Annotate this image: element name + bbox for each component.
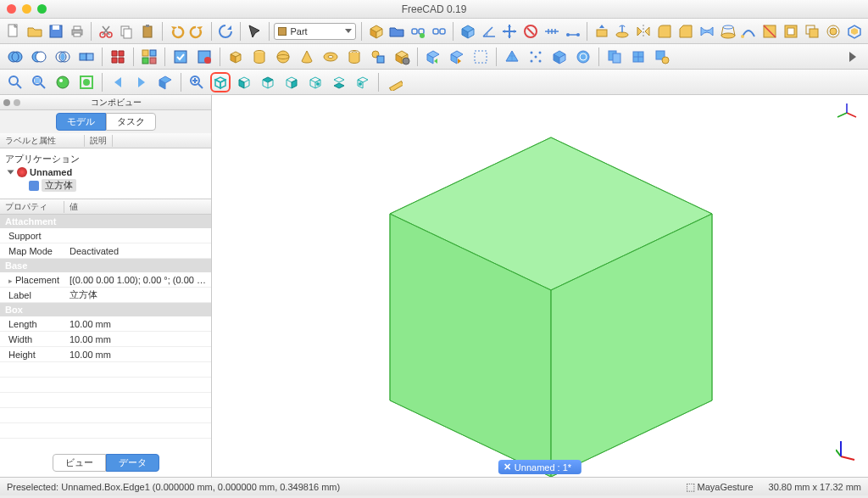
- document-tab[interactable]: ✕ Unnamed : 1*: [498, 460, 581, 474]
- zoom-selection-icon[interactable]: [29, 72, 49, 92]
- cut-icon[interactable]: [97, 21, 114, 42]
- prop-row-support[interactable]: Support: [0, 228, 211, 243]
- join-connect-icon[interactable]: [76, 47, 97, 67]
- measure-toggle-icon[interactable]: [543, 21, 561, 42]
- undo-icon[interactable]: [168, 21, 186, 42]
- part-export-icon[interactable]: [447, 47, 467, 67]
- btab-data[interactable]: データ: [106, 454, 159, 472]
- part-cylinder-icon[interactable]: [249, 47, 270, 67]
- cursor-icon[interactable]: [246, 21, 264, 42]
- link-make-icon[interactable]: [409, 21, 427, 42]
- link-nav-icon[interactable]: [155, 72, 175, 92]
- 3d-viewport[interactable]: ✕ Unnamed : 1*: [212, 95, 868, 477]
- bounding-box-icon[interactable]: [76, 72, 97, 92]
- property-table[interactable]: Attachment Support Map ModeDeactivated B…: [0, 215, 211, 451]
- convert-to-solid-icon[interactable]: [549, 47, 570, 67]
- compound-icon[interactable]: [139, 47, 159, 67]
- mirror-icon[interactable]: [635, 21, 653, 42]
- reverse-shapes-icon[interactable]: [573, 47, 593, 67]
- part-import-icon[interactable]: [423, 47, 443, 67]
- boolean-cut-icon[interactable]: [29, 47, 49, 67]
- ruled-surface-icon[interactable]: [698, 21, 715, 42]
- attachment-icon[interactable]: [652, 47, 672, 67]
- zoom-fit-icon[interactable]: [5, 72, 25, 92]
- top-view-icon[interactable]: [258, 72, 278, 92]
- nav-back-icon[interactable]: [108, 72, 128, 92]
- thickness-icon[interactable]: [845, 21, 863, 42]
- create-part-icon[interactable]: [367, 21, 385, 42]
- shape-from-mesh-icon[interactable]: [502, 47, 522, 67]
- isometric-view-icon[interactable]: [210, 72, 231, 92]
- tree-expand-icon[interactable]: [8, 171, 14, 175]
- front-view-icon[interactable]: [234, 72, 254, 92]
- right-view-icon[interactable]: [281, 72, 302, 92]
- workbench-selector[interactable]: Part: [274, 23, 356, 40]
- measure-linear-icon[interactable]: [564, 21, 581, 42]
- cube-geometry[interactable]: [373, 129, 729, 477]
- panel-close-icon[interactable]: [14, 99, 20, 106]
- tab-task[interactable]: タスク: [106, 113, 156, 131]
- fillet-icon[interactable]: [656, 21, 674, 42]
- prop-row-label[interactable]: Label立方体: [0, 288, 211, 303]
- measure-clear-icon[interactable]: [522, 21, 540, 42]
- open-file-icon[interactable]: [26, 21, 44, 42]
- part-tube-icon[interactable]: [344, 47, 364, 67]
- close-tab-icon[interactable]: ✕: [504, 462, 511, 473]
- prop-row-placement[interactable]: Placement[(0.00 0.00 1.00); 0.00 °; (0.0…: [0, 272, 211, 288]
- nav-style-selector[interactable]: MayaGesture: [686, 481, 754, 493]
- create-group-icon[interactable]: [388, 21, 406, 42]
- nav-forward-icon[interactable]: [131, 72, 152, 92]
- part-primitives-icon[interactable]: [368, 47, 388, 67]
- offset-2d-icon[interactable]: [824, 21, 842, 42]
- draw-style-icon[interactable]: [53, 72, 73, 92]
- tree-obj-row[interactable]: 立方体: [5, 178, 206, 193]
- print-icon[interactable]: [68, 21, 86, 42]
- panel-menu-icon[interactable]: [3, 99, 10, 106]
- prop-row-width[interactable]: Width10.00 mm: [0, 332, 211, 347]
- rear-view-icon[interactable]: [305, 72, 326, 92]
- create-body-icon[interactable]: [459, 21, 476, 42]
- loft-icon[interactable]: [719, 21, 737, 42]
- tree-doc-row[interactable]: Unnamed: [5, 166, 206, 178]
- bottom-view-icon[interactable]: [329, 72, 349, 92]
- prop-row-height[interactable]: Height10.00 mm: [0, 347, 211, 362]
- part-cone-icon[interactable]: [297, 47, 317, 67]
- overflow-arrow-icon[interactable]: [843, 47, 863, 67]
- left-view-icon[interactable]: [353, 72, 373, 92]
- prop-row-length[interactable]: Length10.00 mm: [0, 316, 211, 332]
- btab-view[interactable]: ビュー: [53, 454, 106, 472]
- box-selection-icon[interactable]: [470, 47, 491, 67]
- extrude-icon[interactable]: [593, 21, 610, 42]
- zoom-in-icon[interactable]: [186, 72, 207, 92]
- tree-view[interactable]: アプリケーション Unnamed 立方体: [0, 148, 211, 199]
- revolve-icon[interactable]: [614, 21, 632, 42]
- save-file-icon[interactable]: [47, 21, 65, 42]
- pan-icon[interactable]: [501, 21, 519, 42]
- link-actions-icon[interactable]: [431, 21, 448, 42]
- new-file-icon[interactable]: [5, 21, 23, 42]
- section-icon[interactable]: [761, 21, 779, 42]
- part-torus-icon[interactable]: [320, 47, 341, 67]
- redo-icon[interactable]: [188, 21, 206, 42]
- tab-model[interactable]: モデル: [56, 113, 106, 131]
- refresh-icon[interactable]: [217, 21, 235, 42]
- prop-row-mapmode[interactable]: Map ModeDeactivated: [0, 243, 211, 259]
- refine-shape-icon[interactable]: [628, 47, 648, 67]
- boolean-common-icon[interactable]: [53, 47, 73, 67]
- part-box-icon[interactable]: [225, 47, 246, 67]
- part-builder-icon[interactable]: [392, 47, 412, 67]
- sweep-icon[interactable]: [740, 21, 758, 42]
- measure-icon[interactable]: [384, 72, 404, 92]
- check-geometry-icon[interactable]: [170, 47, 191, 67]
- split-icon[interactable]: [108, 47, 128, 67]
- angle-icon[interactable]: [480, 21, 498, 42]
- points-from-mesh-icon[interactable]: [526, 47, 546, 67]
- tree-app-row[interactable]: アプリケーション: [5, 152, 206, 166]
- cross-sections-icon[interactable]: [782, 21, 800, 42]
- part-sphere-icon[interactable]: [273, 47, 293, 67]
- chamfer-icon[interactable]: [677, 21, 695, 42]
- defeaturing-icon[interactable]: [194, 47, 214, 67]
- boolean-union-icon[interactable]: [5, 47, 25, 67]
- copy-icon[interactable]: [118, 21, 136, 42]
- simple-copy-icon[interactable]: [604, 47, 625, 67]
